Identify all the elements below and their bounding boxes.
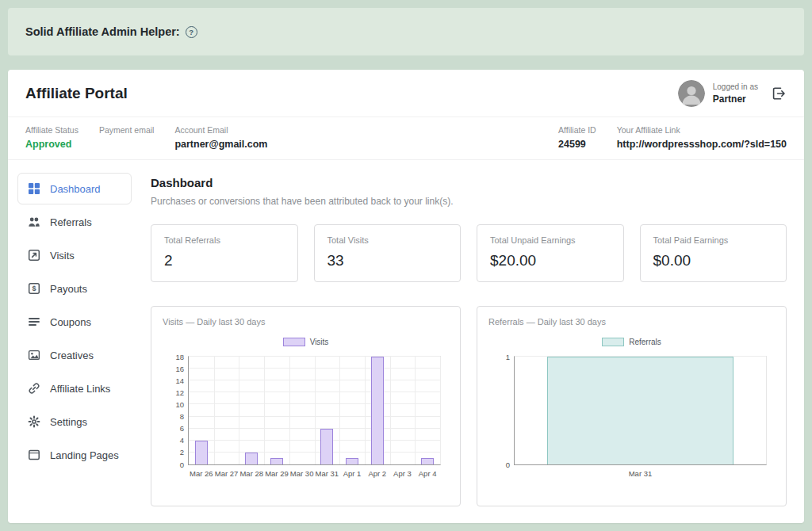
- stat-value: 33: [327, 252, 448, 269]
- landing-pages-icon: [28, 449, 40, 461]
- info-right: Affiliate ID 24599 Your Affiliate Link h…: [558, 125, 787, 150]
- affiliate-link-value: http://wordpressshop.com/?sld=150: [617, 139, 787, 150]
- visits-bar: [346, 458, 358, 464]
- referrals-area: [547, 357, 733, 464]
- sidebar-item-settings[interactable]: Settings: [17, 406, 132, 437]
- x-tick-label: Apr 4: [419, 469, 437, 478]
- y-tick-label: 10: [175, 401, 184, 409]
- y-tick-label: 12: [175, 389, 184, 397]
- sidebar-item-label: Settings: [50, 416, 87, 428]
- x-tick-label: Mar 28: [239, 469, 263, 478]
- y-tick-label: 0: [506, 460, 510, 468]
- referrals-plot-area: 01Mar 31: [514, 356, 767, 465]
- affiliate-id-label: Affiliate ID: [558, 125, 596, 135]
- affiliate-id-value: 24599: [558, 139, 596, 150]
- referrals-plot-outer: 01Mar 31: [514, 356, 767, 465]
- visits-bar: [320, 429, 333, 464]
- referrals-chart-legend: Referrals: [488, 338, 775, 346]
- affiliate-link-group: Your Affiliate Link http://wordpressshop…: [617, 125, 787, 150]
- x-tick-label: Mar 26: [190, 469, 213, 478]
- sidebar-item-label: Coupons: [50, 316, 91, 328]
- portal-body: Dashboard Referrals: [8, 160, 804, 523]
- visits-chart-card: Visits — Daily last 30 days Visits 02468…: [151, 306, 461, 506]
- logout-icon[interactable]: [771, 86, 787, 101]
- sidebar-item-dashboard[interactable]: Dashboard: [17, 173, 132, 204]
- stats-row: Total Referrals 2 Total Visits 33 Total …: [151, 224, 787, 282]
- stat-total-unpaid-earnings: Total Unpaid Earnings $20.00: [477, 224, 624, 282]
- x-tick-label: Mar 30: [290, 469, 314, 478]
- sidebar-item-landing-pages[interactable]: Landing Pages: [17, 439, 132, 471]
- stat-label: Total Visits: [327, 235, 448, 245]
- stat-value: $0.00: [653, 252, 774, 269]
- affiliate-links-icon: [28, 382, 40, 395]
- gridline: [415, 357, 416, 464]
- y-tick-label: 6: [180, 425, 184, 433]
- gridline: [214, 357, 215, 464]
- banner-label: Solid Affiliate Admin Helper:: [25, 25, 180, 38]
- gridline: [264, 357, 265, 464]
- stat-total-paid-earnings: Total Paid Earnings $0.00: [640, 224, 787, 282]
- gridline: [390, 357, 391, 464]
- x-tick-label: Mar 29: [265, 469, 289, 478]
- referrals-chart-card: Referrals — Daily last 30 days Referrals…: [477, 306, 787, 506]
- y-tick-label: 0: [180, 460, 184, 468]
- affiliate-status-group: Affiliate Status Approved: [25, 125, 79, 150]
- x-tick-label: Apr 2: [368, 469, 386, 478]
- sidebar-item-label: Landing Pages: [50, 449, 119, 461]
- x-tick-label: Mar 31: [316, 469, 339, 478]
- stat-value: 2: [164, 252, 285, 269]
- avatar: [678, 80, 705, 107]
- sidebar-item-label: Payouts: [50, 283, 87, 295]
- sidebar-item-label: Dashboard: [50, 183, 101, 195]
- dashboard-icon: [28, 182, 40, 195]
- visits-icon: [28, 249, 40, 262]
- payment-email-value: [99, 139, 154, 150]
- gridline: [289, 357, 290, 464]
- referrals-icon: [28, 216, 40, 228]
- username: Partner: [713, 94, 746, 105]
- y-tick-label: 2: [180, 449, 184, 457]
- y-tick-label: 8: [180, 413, 184, 421]
- sidebar-item-label: Affiliate Links: [50, 383, 110, 395]
- referrals-legend-swatch: [602, 338, 624, 346]
- sidebar-item-visits[interactable]: Visits: [17, 239, 132, 271]
- x-tick-label: Apr 1: [343, 469, 362, 478]
- sidebar-item-creatives[interactable]: Creatives: [17, 339, 132, 371]
- x-tick-label: Mar 27: [215, 469, 239, 478]
- visits-legend-label: Visits: [310, 338, 329, 346]
- sidebar-item-affiliate-links[interactable]: Affiliate Links: [17, 372, 132, 404]
- logged-in-as-label: Logged in as: [713, 82, 758, 91]
- visits-plot-area: 024681012141618Mar 26Mar 27Mar 28Mar 29M…: [188, 356, 441, 465]
- account-email-group: Account Email partner@gmail.com: [174, 125, 267, 150]
- visits-bar: [371, 357, 384, 464]
- portal-header: Affiliate Portal Logged in as Partner: [8, 70, 804, 117]
- visits-chart-legend: Visits: [163, 338, 449, 346]
- stat-label: Total Paid Earnings: [653, 235, 774, 245]
- payment-email-label: Payment email: [99, 125, 154, 135]
- stat-total-referrals: Total Referrals 2: [151, 224, 298, 282]
- sidebar-item-coupons[interactable]: Coupons: [17, 306, 132, 338]
- gridline: [315, 357, 316, 464]
- settings-icon: [28, 415, 40, 428]
- admin-helper-banner: Solid Affiliate Admin Helper: ?: [8, 8, 804, 55]
- sidebar-item-payouts[interactable]: $ Payouts: [17, 273, 132, 304]
- gridline: [365, 357, 366, 464]
- y-tick-label: 16: [175, 365, 184, 372]
- sidebar: Dashboard Referrals: [8, 160, 136, 523]
- help-icon[interactable]: ?: [186, 26, 197, 38]
- referrals-chart-title: Referrals — Daily last 30 days: [488, 317, 775, 327]
- user-area: Logged in as Partner: [678, 80, 787, 107]
- sidebar-item-label: Creatives: [50, 350, 94, 361]
- y-tick-label: 14: [175, 376, 184, 384]
- y-tick-label: 18: [175, 353, 184, 361]
- visits-legend-swatch: [283, 338, 305, 346]
- visits-plot-outer: 024681012141618Mar 26Mar 27Mar 28Mar 29M…: [188, 356, 441, 465]
- affiliate-link-label: Your Affiliate Link: [617, 125, 787, 135]
- payment-email-group: Payment email: [99, 125, 154, 150]
- sidebar-item-referrals[interactable]: Referrals: [17, 206, 132, 238]
- x-tick-label: Mar 31: [629, 469, 653, 478]
- login-text: Logged in as Partner: [713, 82, 758, 105]
- affiliate-id-group: Affiliate ID 24599: [558, 125, 596, 150]
- affiliate-status-label: Affiliate Status: [25, 125, 79, 135]
- page-subtitle: Purchases or conversions that have been …: [151, 196, 787, 207]
